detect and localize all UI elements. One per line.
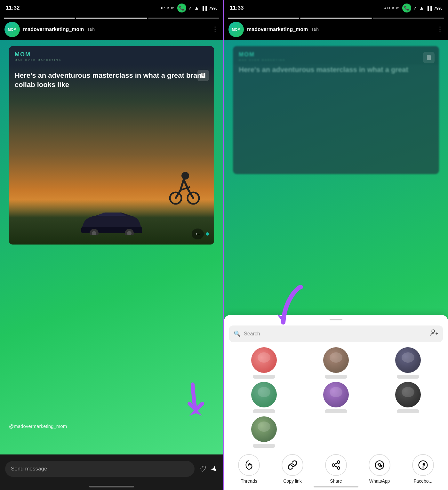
svg-point-19 [375, 461, 384, 470]
post-card-right-blurred: MOM MAD OVER MARKETING Here's an adventu… [233, 46, 439, 174]
contact-3[interactable] [374, 347, 442, 379]
story-header-right: MOM madovermarketing_mom 16h ⋮ [224, 19, 448, 40]
post-card-inner: MOM MAD OVER MARKETING Here's an adventu… [9, 46, 214, 245]
battery-right: 79% [434, 6, 442, 11]
contacts-row-3 [224, 416, 448, 448]
contact-name-5 [325, 409, 347, 413]
contact-1[interactable] [230, 347, 298, 379]
share-option-threads[interactable]: Threads [233, 454, 265, 484]
username-left: madovermarketing_mom [23, 27, 84, 32]
search-placeholder: Search [244, 331, 427, 337]
contact-4[interactable] [230, 382, 298, 413]
story-content-left: MOM MAD OVER MARKETING Here's an adventu… [0, 40, 223, 454]
signal-icon-left: ▐▐ [201, 6, 207, 11]
add-contact-icon[interactable] [430, 329, 438, 339]
battery-left: 79% [209, 6, 217, 11]
post-card-top: MOM MAD OVER MARKETING [9, 46, 214, 65]
contact-avatar-5 [323, 382, 349, 407]
search-icon: 🔍 [234, 330, 241, 337]
post-headline-right: Here's an adventurous masterclass in wha… [239, 65, 433, 75]
bookmark-svg [426, 55, 432, 60]
share-label: Share [330, 478, 342, 484]
wifi-icon-right: ▲ [419, 5, 424, 11]
check-icon-right: ✓ [413, 5, 417, 11]
wifi-icon-left: ▲ [194, 5, 199, 11]
nav-dot [206, 232, 209, 236]
contact-name-6 [397, 409, 419, 413]
contact-name-1 [253, 375, 275, 379]
data-speed-right: 4.00 KB/S [384, 6, 400, 10]
link-svg [287, 460, 298, 470]
progress-seg-3 [148, 18, 219, 19]
contact-avatar-3 [395, 347, 421, 373]
arrow-right-svg [275, 284, 314, 332]
heart-button[interactable]: ♡ [199, 464, 206, 474]
right-panel: 11:33 4.00 KB/S 📞 ✓ ▲ ▐▐ 79% MOM madover… [224, 0, 448, 490]
more-button-right[interactable]: ⋮ [436, 25, 444, 34]
avatar-left: MOM [4, 22, 20, 37]
svg-point-11 [432, 330, 435, 333]
home-bar [89, 486, 134, 487]
svg-line-17 [334, 466, 337, 467]
username-right: madovermarketing_mom [247, 27, 308, 32]
contact-5[interactable] [302, 382, 370, 413]
contact-2[interactable] [302, 347, 370, 379]
progress-seg-2 [76, 18, 147, 19]
left-panel: 11:32 169 KB/S 📞 ✓ ▲ ▐▐ 79% MOM madoverm… [0, 0, 224, 490]
threads-label: Threads [241, 478, 257, 484]
svg-point-15 [332, 464, 335, 466]
sheet-handle [330, 319, 342, 320]
mom-subtitle-right: MAD OVER MARKETING [239, 59, 433, 61]
contact-name-2 [325, 375, 347, 379]
post-card-top-right: MOM MAD OVER MARKETING [233, 46, 439, 65]
share-svg [331, 460, 341, 470]
home-indicator-left [0, 483, 223, 490]
story-time-left: 16h [87, 27, 95, 32]
share-search-bar[interactable]: 🔍 Search [229, 325, 443, 342]
contacts-row-2 [224, 382, 448, 413]
send-button[interactable]: ➤ [208, 463, 220, 475]
status-icons-left: 169 KB/S 📞 ✓ ▲ ▐▐ 79% [160, 4, 217, 12]
contact-avatar-4 [251, 382, 277, 407]
post-handle-left: @madovermarketing_mom [9, 423, 67, 429]
contact-name-7 [253, 444, 275, 448]
share-option-facebook[interactable]: Facebo... [407, 454, 439, 484]
post-card-nav: ← [192, 229, 209, 239]
progress-seg-1 [4, 18, 75, 19]
car-icon [80, 206, 144, 235]
story-bg-right: MOM MAD OVER MARKETING Here's an adventu… [224, 40, 448, 490]
story-progress-right [224, 16, 448, 19]
nav-arrow-left[interactable]: ← [192, 229, 204, 239]
facebook-label: Facebo... [414, 478, 432, 484]
svg-line-18 [334, 463, 337, 464]
bookmark-icon-right [423, 52, 435, 63]
share-sheet: 🔍 Search [224, 315, 448, 490]
contact-avatar-2 [323, 347, 349, 373]
more-button-left[interactable]: ⋮ [212, 25, 219, 34]
post-headline-left: Here's an adventurous masterclass in wha… [15, 71, 208, 89]
home-indicator-right [314, 486, 358, 487]
cyclist-icon [163, 168, 201, 206]
contact-7[interactable] [230, 416, 298, 448]
share-option-whatsapp[interactable]: WhatsApp [364, 454, 396, 484]
facebook-icon [412, 454, 434, 476]
phone-icon-right: 📞 [402, 4, 411, 12]
send-message-input[interactable]: Send message [5, 461, 195, 477]
status-bar-left: 11:32 169 KB/S 📞 ✓ ▲ ▐▐ 79% [0, 0, 223, 16]
svg-point-14 [337, 461, 340, 463]
send-placeholder: Send message [11, 466, 47, 472]
face-6 [395, 382, 421, 407]
contact-name-3 [397, 375, 419, 379]
purple-arrow-right [275, 284, 314, 333]
story-header-left: MOM madovermarketing_mom 16h ⋮ [0, 19, 223, 40]
bookmark-icon-left[interactable] [197, 70, 209, 81]
copy-link-icon [282, 454, 303, 476]
check-icon-left: ✓ [188, 5, 192, 11]
share-option-share[interactable]: Share [320, 454, 352, 484]
contact-6[interactable] [374, 382, 442, 413]
face-7 [251, 416, 277, 442]
share-option-copy-link[interactable]: Copy link [276, 454, 308, 484]
svg-point-16 [337, 467, 340, 469]
mom-logo: MOM [15, 51, 208, 58]
status-bar-right: 11:33 4.00 KB/S 📞 ✓ ▲ ▐▐ 79% [224, 0, 448, 16]
